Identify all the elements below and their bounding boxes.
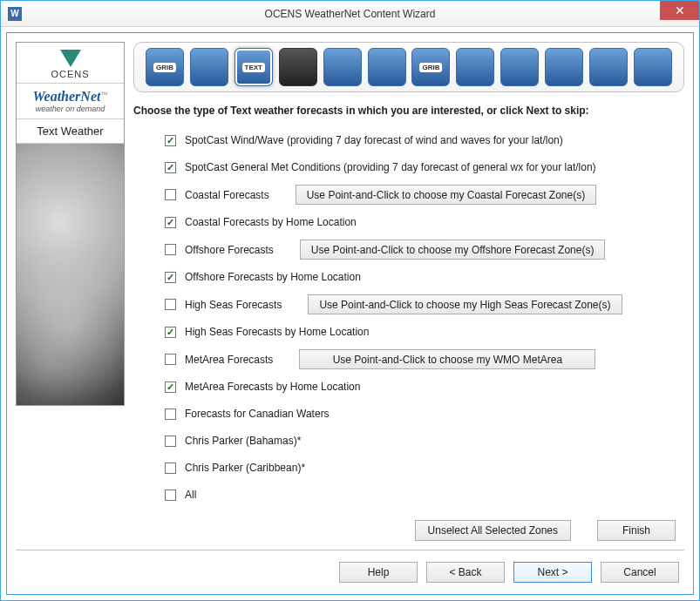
- checkbox-highseas-home[interactable]: [165, 327, 176, 338]
- label-offshore-home: Offshore Forecasts by Home Location: [185, 271, 361, 283]
- zone-button-highseas[interactable]: Use Point-and-Click to choose my High Se…: [308, 294, 622, 314]
- label-coastal-home: Coastal Forecasts by Home Location: [185, 216, 357, 228]
- zone-button-offshore[interactable]: Use Point-and-Click to choose my Offshor…: [300, 240, 606, 260]
- section-label: Text Weather: [17, 119, 124, 144]
- wizard-footer: Help < Back Next > Cancel: [7, 550, 693, 594]
- zone-button-metarea[interactable]: Use Point-and-Click to choose my WMO Met…: [299, 349, 595, 369]
- label-all: All: [185, 489, 196, 501]
- label-offshore: Offshore Forecasts: [185, 244, 274, 256]
- ocens-logo-text: OCENS: [17, 69, 124, 79]
- option-row-highseas: High Seas ForecastsUse Point-and-Click t…: [165, 294, 684, 314]
- instruction-text: Choose the type of Text weather forecast…: [133, 105, 684, 117]
- text-icon[interactable]: TEXT: [234, 48, 273, 86]
- label-coastal: Coastal Forecasts: [185, 189, 269, 201]
- option-row-offshore: Offshore ForecastsUse Point-and-Click to…: [165, 240, 684, 260]
- checkbox-all[interactable]: [165, 490, 176, 501]
- buoy-icon[interactable]: [323, 48, 362, 86]
- unselect-zones-button[interactable]: Unselect All Selected Zones: [415, 520, 571, 541]
- grib-icon-label: GRIB: [153, 63, 176, 72]
- sidebar-decorative-image: [17, 144, 124, 405]
- option-row-coastal: Coastal ForecastsUse Point-and-Click to …: [165, 185, 684, 205]
- ocens-logo: OCENS: [17, 43, 124, 84]
- fish-icon[interactable]: [456, 48, 494, 86]
- sat-icon[interactable]: [279, 48, 317, 86]
- sidebar-panel: OCENS WeatherNet™ weather on demand Text…: [16, 42, 125, 406]
- window: W OCENS WeatherNet Content Wizard ✕ OCEN…: [0, 0, 700, 601]
- checkbox-spotcast-wind[interactable]: [165, 135, 176, 146]
- checkbox-coastal[interactable]: [165, 189, 176, 200]
- label-metarea-home: MetArea Forecasts by Home Location: [185, 381, 360, 393]
- weathernet-tagline: weather on demand: [20, 105, 120, 113]
- close-button[interactable]: ✕: [660, 1, 699, 20]
- checkbox-metarea[interactable]: [165, 354, 176, 365]
- option-row-offshore-home: Offshore Forecasts by Home Location: [165, 267, 684, 287]
- label-parker-caribbean: Chris Parker (Caribbean)*: [185, 462, 305, 474]
- label-spotcast-met: SpotCast General Met Conditions (providi…: [185, 161, 596, 173]
- house-icon[interactable]: [545, 48, 583, 86]
- label-parker-bahamas: Chris Parker (Bahamas)*: [185, 435, 301, 447]
- checkbox-coastal-home[interactable]: [165, 217, 176, 228]
- titlebar: W OCENS WeatherNet Content Wizard ✕: [1, 1, 699, 27]
- label-canadian: Forecasts for Canadian Waters: [185, 408, 330, 420]
- checkbox-parker-bahamas[interactable]: [165, 436, 176, 447]
- option-row-spotcast-met: SpotCast General Met Conditions (providi…: [165, 158, 684, 177]
- checkbox-canadian[interactable]: [165, 409, 176, 420]
- ocens-logo-icon: [60, 50, 81, 67]
- checkbox-offshore[interactable]: [165, 244, 176, 255]
- fax-icon[interactable]: [190, 48, 228, 86]
- label-metarea: MetArea Forecasts: [185, 354, 273, 366]
- help-button[interactable]: Help: [339, 562, 418, 583]
- door-icon[interactable]: [634, 48, 672, 86]
- window-title: OCENS WeatherNet Content Wizard: [1, 8, 699, 20]
- note-icon[interactable]: [500, 48, 539, 86]
- checkbox-parker-caribbean[interactable]: [165, 463, 176, 474]
- zone-button-coastal[interactable]: Use Point-and-Click to choose my Coastal…: [296, 185, 596, 205]
- option-row-highseas-home: High Seas Forecasts by Home Location: [165, 322, 684, 341]
- option-row-parker-caribbean: Chris Parker (Caribbean)*: [165, 458, 684, 477]
- category-icon-strip: GRIBTEXTGRIB: [133, 42, 684, 92]
- checkbox-metarea-home[interactable]: [165, 382, 176, 393]
- option-row-spotcast-wind: SpotCast Wind/Wave (providing 7 day fore…: [165, 131, 684, 150]
- phone-icon[interactable]: [589, 48, 628, 86]
- weathernet-logo: WeatherNet™ weather on demand: [17, 84, 124, 119]
- sidebar: OCENS WeatherNet™ weather on demand Text…: [16, 42, 125, 541]
- text-icon-label: TEXT: [242, 63, 265, 72]
- next-button[interactable]: Next >: [513, 562, 592, 583]
- option-row-metarea-home: MetArea Forecasts by Home Location: [165, 377, 684, 396]
- label-spotcast-wind: SpotCast Wind/Wave (providing 7 day fore…: [185, 134, 563, 146]
- zone-actions-row: Unselect All Selected Zones Finish: [133, 520, 684, 541]
- option-row-canadian: Forecasts for Canadian Waters: [165, 404, 684, 423]
- weathernet-title: WeatherNet: [33, 89, 101, 104]
- option-row-coastal-home: Coastal Forecasts by Home Location: [165, 213, 684, 232]
- main-area: GRIBTEXTGRIB Choose the type of Text wea…: [133, 42, 684, 541]
- ocean-icon[interactable]: [368, 48, 406, 86]
- checkbox-highseas[interactable]: [165, 299, 176, 310]
- label-highseas-home: High Seas Forecasts by Home Location: [185, 326, 369, 338]
- main-row: OCENS WeatherNet™ weather on demand Text…: [7, 33, 693, 550]
- grib2-icon-label: GRIB: [419, 63, 442, 72]
- grib-icon[interactable]: GRIB: [146, 48, 184, 86]
- content-frame: OCENS WeatherNet™ weather on demand Text…: [6, 32, 694, 595]
- grib2-icon[interactable]: GRIB: [411, 48, 450, 86]
- option-row-parker-bahamas: Chris Parker (Bahamas)*: [165, 431, 684, 450]
- finish-button[interactable]: Finish: [597, 520, 676, 541]
- label-highseas: High Seas Forecasts: [185, 299, 282, 311]
- option-row-metarea: MetArea ForecastsUse Point-and-Click to …: [165, 349, 684, 369]
- back-button[interactable]: < Back: [426, 562, 505, 583]
- checkbox-offshore-home[interactable]: [165, 272, 176, 283]
- checkbox-spotcast-met[interactable]: [165, 162, 176, 173]
- option-row-all: All: [165, 485, 684, 504]
- cancel-button[interactable]: Cancel: [601, 562, 679, 583]
- options-list: SpotCast Wind/Wave (providing 7 day fore…: [133, 131, 684, 504]
- trademark-icon: ™: [100, 91, 107, 98]
